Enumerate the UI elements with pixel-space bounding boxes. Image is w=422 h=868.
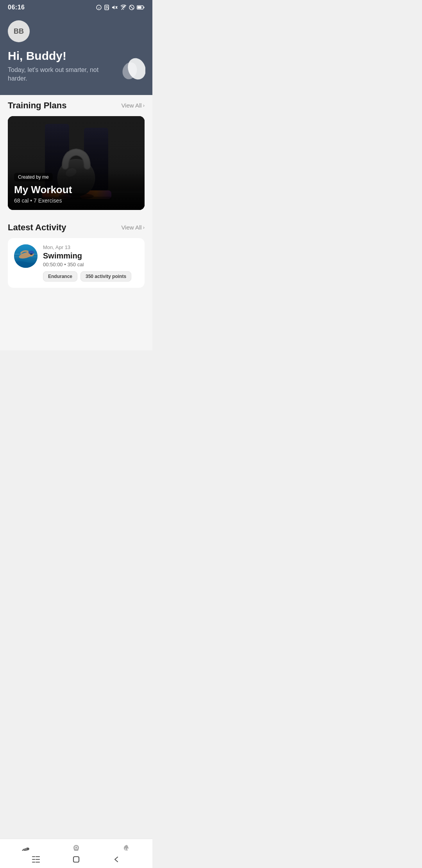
svg-rect-14 xyxy=(144,7,145,8)
activity-tags: Endurance 350 activity points xyxy=(43,271,138,282)
chevron-right-icon: › xyxy=(143,102,145,108)
wifi-icon xyxy=(120,5,127,10)
status-time: 06:16 xyxy=(8,4,25,11)
greeting: Hi, Buddy! xyxy=(8,49,113,63)
chevron-right-icon-2: › xyxy=(143,224,145,230)
tag-points[interactable]: 350 activity points xyxy=(80,271,131,282)
svg-point-41 xyxy=(30,253,32,255)
brand-logo xyxy=(122,57,145,84)
battery-icon xyxy=(137,5,145,10)
latest-activity-title: Latest Activity xyxy=(8,222,66,233)
activity-info: Mon, Apr 13 Swimming 00:50:00 • 350 cal … xyxy=(43,244,138,282)
info-icon: i xyxy=(96,5,102,10)
training-plans-view-all[interactable]: View All › xyxy=(121,102,145,109)
header-left: BB Hi, Buddy! Today, let's work out smar… xyxy=(8,20,113,83)
activity-date: Mon, Apr 13 xyxy=(43,244,138,250)
svg-rect-15 xyxy=(138,6,141,9)
tag-endurance[interactable]: Endurance xyxy=(43,271,77,282)
training-card[interactable]: Created by me My Workout 68 cal • 7 Exer… xyxy=(8,116,145,210)
status-icons: i xyxy=(96,5,145,10)
swimming-thumbnail xyxy=(14,244,38,268)
mute-icon xyxy=(112,5,118,10)
card-badge: Created by me xyxy=(14,173,53,181)
activity-name: Swimming xyxy=(43,251,138,260)
greeting-subtitle: Today, let's work out smarter, not harde… xyxy=(8,66,113,83)
card-meta: 68 cal • 7 Exercises xyxy=(14,197,138,204)
svg-line-12 xyxy=(130,6,133,9)
latest-activity-header: Latest Activity View All › xyxy=(0,222,152,238)
training-plans-scroll: Created by me My Workout 68 cal • 7 Exer… xyxy=(0,116,152,219)
training-card-bg: Created by me My Workout 68 cal • 7 Exer… xyxy=(8,116,145,210)
card-overlay: Created by me My Workout 68 cal • 7 Exer… xyxy=(8,167,145,210)
main-content: Training Plans View All › xyxy=(0,91,152,350)
activity-thumbnail xyxy=(14,244,38,268)
note-icon xyxy=(104,5,109,10)
status-bar: 06:16 i xyxy=(0,0,152,14)
latest-activity-view-all[interactable]: View All › xyxy=(121,224,145,231)
card-title: My Workout xyxy=(14,184,138,196)
activity-card[interactable]: Mon, Apr 13 Swimming 00:50:00 • 350 cal … xyxy=(8,238,145,288)
training-plans-header: Training Plans View All › xyxy=(0,100,152,116)
activity-meta: 00:50:00 • 350 cal xyxy=(43,262,138,267)
svg-text:i: i xyxy=(98,6,100,10)
training-plans-title: Training Plans xyxy=(8,100,66,111)
header: BB Hi, Buddy! Today, let's work out smar… xyxy=(0,14,152,95)
latest-activity-section: Latest Activity View All › xyxy=(0,219,152,288)
avatar: BB xyxy=(8,20,30,42)
nosignal-icon xyxy=(129,5,134,10)
